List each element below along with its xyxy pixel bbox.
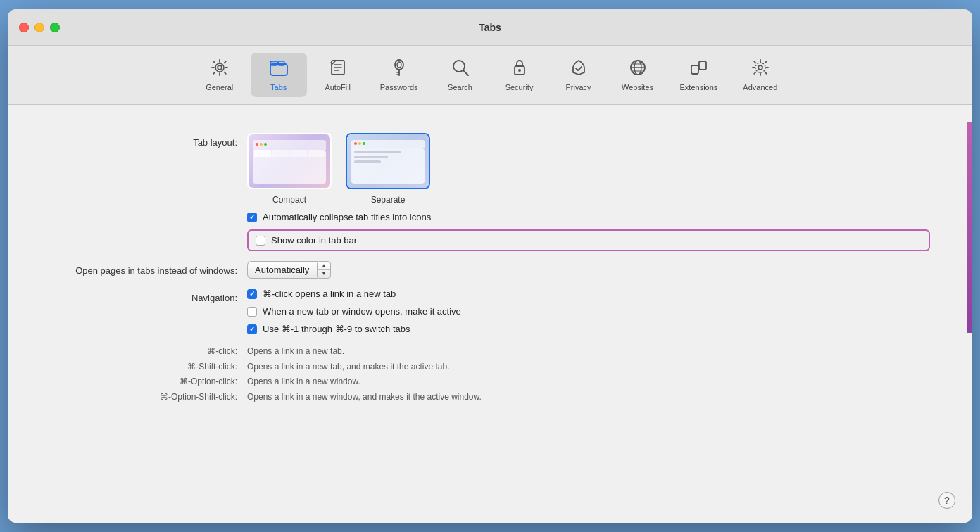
ctab-4: [308, 150, 325, 157]
auto-collapse-checkbox[interactable]: [247, 213, 257, 222]
toolbar-item-tabs[interactable]: Tabs: [251, 53, 307, 97]
open-pages-stepper[interactable]: ▲ ▼: [317, 261, 331, 279]
toolbar-item-websites[interactable]: Websites: [610, 53, 666, 97]
svg-point-26: [758, 65, 762, 70]
extensions-label: Extensions: [680, 83, 718, 91]
stepper-up[interactable]: ▲: [318, 262, 330, 270]
sep-dots: [354, 142, 365, 145]
toolbar-item-privacy[interactable]: Privacy: [551, 53, 607, 97]
advanced-icon: [751, 58, 769, 80]
compact-thumb-bg: [249, 134, 330, 188]
cmd-click-label: ⌘-click opens a link in a new tab: [263, 289, 396, 299]
websites-label: Websites: [622, 83, 653, 91]
separate-thumbnail[interactable]: [346, 133, 430, 189]
desc-label-3: ⌘-Option-Shift-click:: [50, 390, 237, 405]
show-color-checkbox[interactable]: [256, 236, 265, 246]
svg-rect-5: [278, 61, 284, 65]
desc-label-1: ⌘-Shift-click:: [50, 360, 237, 375]
tabs-icon: [269, 58, 289, 80]
navigation-label: Navigation:: [50, 289, 247, 303]
open-pages-row: Open pages in tabs instead of windows: A…: [50, 261, 930, 279]
auto-collapse-row: Automatically collapse tab titles into i…: [247, 212, 930, 222]
privacy-label: Privacy: [565, 83, 591, 91]
help-icon: ?: [944, 495, 950, 506]
tab-layout-options: Compact: [247, 133, 930, 205]
desc-label-2: ⌘-Option-click:: [50, 374, 237, 390]
tab-option-compact[interactable]: Compact: [247, 133, 332, 205]
edge-strip: [967, 122, 972, 333]
titlebar: Tabs: [8, 9, 972, 46]
passwords-label: Passwords: [380, 83, 418, 91]
main-window: Tabs General: [8, 9, 972, 523]
help-button[interactable]: ?: [938, 492, 955, 509]
toolbar-item-security[interactable]: Security: [491, 53, 548, 97]
passwords-icon: [391, 58, 408, 80]
dot-yellow: [260, 143, 263, 146]
sep-bars: [354, 151, 422, 163]
desc-value-0: Opens a link in a new tab.: [247, 344, 482, 360]
close-button[interactable]: [19, 23, 29, 32]
general-icon: [211, 58, 229, 80]
cmd-click-checkbox[interactable]: [247, 289, 257, 299]
svg-point-27: [755, 63, 765, 72]
use-cmd-checkbox[interactable]: [247, 324, 257, 334]
svg-point-18: [518, 69, 521, 72]
traffic-lights: [19, 23, 60, 32]
sep-dot-yellow: [358, 142, 361, 145]
toolbar-item-passwords[interactable]: Passwords: [369, 53, 429, 97]
minimize-button[interactable]: [34, 23, 44, 32]
sep-dot-red: [354, 142, 357, 145]
search-label: Search: [448, 83, 472, 91]
navigation-row: Navigation: ⌘-click opens a link in a ne…: [50, 289, 930, 334]
open-pages-select-wrapper: Automatically Always Never ▲ ▼: [247, 261, 930, 279]
maximize-button[interactable]: [50, 23, 60, 32]
compact-tabs-bar: [254, 150, 325, 157]
autofill-icon: [329, 58, 347, 80]
navigation-control: ⌘-click opens a link in a new tab When a…: [247, 289, 930, 334]
stepper-down[interactable]: ▼: [318, 270, 330, 277]
desc-label-0: ⌘-click:: [50, 344, 237, 360]
ctab-2: [272, 150, 289, 157]
svg-point-10: [395, 60, 403, 70]
svg-line-16: [463, 70, 468, 75]
tab-option-separate[interactable]: Separate: [346, 133, 430, 205]
new-tab-active-label: When a new tab or window opens, make it …: [263, 306, 461, 317]
tab-layout-label: Tab layout:: [50, 133, 247, 148]
compact-thumbnail[interactable]: [247, 133, 332, 189]
dot-red: [256, 143, 258, 146]
open-pages-label: Open pages in tabs instead of windows:: [50, 261, 247, 276]
dot-green: [264, 143, 267, 146]
auto-collapse-label: Automatically collapse tab titles into i…: [263, 212, 431, 222]
ctab-1: [254, 150, 271, 157]
toolbar-item-search[interactable]: Search: [432, 53, 489, 97]
security-icon: [511, 58, 528, 80]
use-cmd-label: Use ⌘-1 through ⌘-9 to switch tabs: [263, 324, 410, 334]
open-pages-select[interactable]: Automatically Always Never: [247, 261, 318, 279]
toolbar-item-extensions[interactable]: Extensions: [669, 53, 729, 97]
tab-layout-control: Compact: [247, 133, 930, 251]
toolbar-item-general[interactable]: General: [191, 53, 248, 97]
new-tab-active-checkbox[interactable]: [247, 307, 257, 317]
sep-dot-green: [363, 142, 365, 145]
desc-labels: ⌘-click: ⌘-Shift-click: ⌘-Option-click: …: [50, 344, 247, 405]
window-title: Tabs: [479, 22, 501, 33]
toolbar-item-autofill[interactable]: AutoFill: [310, 53, 366, 97]
security-label: Security: [505, 83, 534, 91]
desc-values: Opens a link in a new tab. Opens a link …: [247, 344, 482, 405]
show-color-row-highlight: Show color in tab bar: [247, 229, 930, 251]
svg-rect-24: [691, 65, 698, 74]
sep-bar-2: [354, 156, 388, 158]
search-icon: [451, 58, 470, 80]
compact-label: Compact: [272, 195, 306, 205]
toolbar-item-advanced[interactable]: Advanced: [731, 53, 789, 97]
descriptions-section: ⌘-click: ⌘-Shift-click: ⌘-Option-click: …: [50, 344, 930, 405]
svg-point-11: [397, 62, 401, 68]
svg-point-0: [218, 65, 222, 70]
svg-point-1: [215, 63, 224, 72]
open-pages-control: Automatically Always Never ▲ ▼: [247, 261, 930, 279]
general-label: General: [206, 83, 233, 91]
separate-thumb-bg: [347, 134, 429, 188]
svg-rect-25: [699, 61, 706, 70]
desc-value-3: Opens a link in a new window, and makes …: [247, 390, 482, 405]
compact-dots: [256, 143, 267, 146]
